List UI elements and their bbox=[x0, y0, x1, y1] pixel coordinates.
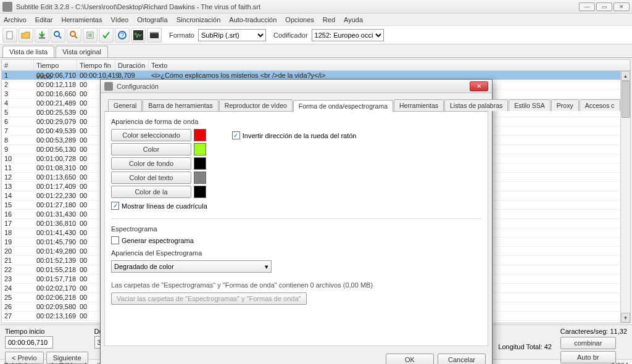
combine-button[interactable]: combinar bbox=[560, 337, 616, 349]
close-button[interactable]: ✕ bbox=[613, 2, 630, 11]
table-cell: 16 bbox=[2, 210, 34, 218]
table-cell: 10 bbox=[2, 154, 34, 163]
menu-editar[interactable]: Editar bbox=[35, 16, 53, 23]
menu-opciones[interactable]: Opciones bbox=[285, 16, 314, 23]
maximize-button[interactable]: ▭ bbox=[596, 2, 612, 11]
settings-tab[interactable]: Herramientas bbox=[394, 99, 444, 111]
settings-tab[interactable]: Forma de onda/espectrograma bbox=[293, 100, 393, 112]
empty-folders-button[interactable]: Vaciar las carpetas de "Espectrogramas" … bbox=[111, 292, 307, 305]
table-cell: 00:01:52,139 bbox=[34, 256, 77, 265]
menu-archivo[interactable]: Archivo bbox=[4, 16, 27, 23]
table-cell: 00:01:13,650 bbox=[34, 173, 77, 181]
svg-point-2 bbox=[54, 31, 59, 36]
minimize-button[interactable]: — bbox=[579, 2, 595, 11]
grid-checkbox-label: Mostrar líneas de cuadrícula bbox=[122, 202, 207, 210]
search-icon[interactable] bbox=[51, 28, 65, 43]
color-button[interactable]: Color bbox=[111, 143, 191, 155]
settings-tab[interactable]: Accesos c bbox=[580, 99, 620, 111]
menu-red[interactable]: Red bbox=[323, 16, 335, 23]
table-cell: 00:01:31,430 bbox=[34, 210, 77, 218]
color-swatch[interactable] bbox=[194, 172, 206, 184]
table-cell: 9 bbox=[2, 145, 34, 154]
color-swatch[interactable] bbox=[194, 129, 206, 141]
scroll-up-icon[interactable]: ▲ bbox=[621, 71, 630, 81]
settings-tab[interactable]: Listas de palabras bbox=[444, 99, 508, 111]
checkbox-icon: ✓ bbox=[232, 131, 240, 139]
table-cell: 00:02:06,218 bbox=[34, 293, 77, 302]
svg-rect-0 bbox=[7, 31, 12, 39]
open-file-icon[interactable] bbox=[19, 28, 33, 43]
color-row: Color de fondo bbox=[111, 157, 207, 170]
invert-wheel-checkbox[interactable]: ✓ Invertir dirección de la rueda del rat… bbox=[232, 131, 357, 139]
ok-button[interactable]: OK bbox=[386, 354, 434, 364]
auto-br-button[interactable]: Auto br bbox=[560, 351, 616, 363]
color-button[interactable]: Color de la bbox=[111, 186, 191, 198]
save-icon[interactable] bbox=[35, 28, 49, 43]
color-swatch[interactable] bbox=[194, 186, 206, 198]
video-icon[interactable] bbox=[147, 28, 162, 43]
settings-tab[interactable]: Estilo SSA bbox=[509, 99, 551, 111]
table-cell: 21 bbox=[2, 256, 34, 265]
spellcheck-icon[interactable] bbox=[99, 28, 114, 43]
table-cell: 00:00:56,130 bbox=[34, 145, 77, 154]
replace-icon[interactable] bbox=[67, 28, 81, 43]
tab-list-view[interactable]: Vista de lista bbox=[2, 46, 54, 57]
start-time-label: Tiempo inicio bbox=[5, 328, 88, 335]
settings-tab[interactable]: Proxy bbox=[551, 99, 579, 111]
table-cell: 00:02:02,170 bbox=[34, 284, 77, 292]
menu-video[interactable]: Vídeo bbox=[110, 16, 128, 23]
new-file-icon[interactable] bbox=[2, 28, 17, 43]
dialog-titlebar: Configuración ✕ bbox=[101, 80, 492, 93]
color-button[interactable]: Color del texto bbox=[111, 172, 191, 184]
cancel-button[interactable]: Cancelar bbox=[438, 354, 486, 364]
svg-text:?: ? bbox=[120, 31, 124, 39]
menu-auto-traduccion[interactable]: Auto-traducción bbox=[229, 16, 276, 23]
waveform-icon[interactable] bbox=[131, 28, 146, 43]
window-title: Subtitle Edit 3.2.8 - C:\Users\root\Desk… bbox=[16, 3, 579, 10]
table-header: # Tiempo inicio Tiempo fin Duración Text… bbox=[2, 60, 630, 71]
menu-sincronizacion[interactable]: Sincronización bbox=[177, 16, 221, 23]
col-num[interactable]: # bbox=[2, 60, 34, 70]
menu-herramientas[interactable]: Herramientas bbox=[61, 16, 102, 23]
menu-ayuda[interactable]: Ayuda bbox=[344, 16, 363, 23]
col-end[interactable]: Tiempo fin bbox=[77, 60, 115, 70]
table-cell: 22 bbox=[2, 265, 34, 274]
spectrogram-appearance-select[interactable]: Degradado de color ▾ bbox=[111, 260, 272, 273]
table-scrollbar[interactable]: ▲ ▼ bbox=[620, 71, 630, 323]
format-select[interactable]: SubRip (.srt) bbox=[198, 29, 266, 41]
settings-icon[interactable] bbox=[83, 28, 98, 43]
start-time-input[interactable] bbox=[5, 336, 53, 349]
table-cell: 27 bbox=[2, 312, 34, 320]
help-icon[interactable]: ? bbox=[115, 28, 130, 43]
grid-checkbox[interactable]: ✓ Mostrar líneas de cuadrícula bbox=[111, 202, 207, 210]
generate-spectrogram-checkbox[interactable]: Generar espectrograma bbox=[111, 236, 481, 244]
encoder-select[interactable]: 1252: Europeo occi bbox=[312, 29, 384, 41]
col-start[interactable]: Tiempo inicio bbox=[34, 60, 77, 70]
format-label: Formato bbox=[169, 31, 194, 39]
table-cell: 26 bbox=[2, 302, 34, 311]
tab-original-view[interactable]: Vista original bbox=[56, 46, 108, 57]
settings-tab[interactable]: Barra de herramientas bbox=[143, 99, 218, 111]
menu-bar: Archivo Editar Herramientas Vídeo Ortogr… bbox=[0, 14, 632, 26]
color-swatch[interactable] bbox=[194, 143, 206, 155]
col-text[interactable]: Texto bbox=[149, 60, 630, 70]
color-button[interactable]: Color seleccionado bbox=[111, 129, 191, 141]
folders-info: Las carpetas de "Espectrogramas" y "Form… bbox=[111, 281, 481, 289]
dialog-body: Apariencia de forma de onda Color selecc… bbox=[104, 112, 488, 346]
table-cell: 00:00:12,118 bbox=[34, 80, 77, 89]
table-cell: 3 bbox=[2, 89, 34, 98]
scroll-down-icon[interactable]: ▼ bbox=[621, 313, 630, 323]
chars-per-sec: Caracteres/seg: 11,32 bbox=[560, 328, 627, 335]
settings-tab[interactable]: General bbox=[108, 99, 142, 111]
scroll-thumb[interactable] bbox=[622, 81, 630, 118]
table-cell: 00:00:49,539 bbox=[34, 126, 77, 135]
generate-spectrogram-label: Generar espectrograma bbox=[122, 237, 194, 244]
settings-tab[interactable]: Reproductor de vídeo bbox=[219, 99, 293, 111]
col-duration[interactable]: Duración bbox=[115, 60, 149, 70]
menu-ortografia[interactable]: Ortografía bbox=[137, 16, 168, 23]
dialog-close-button[interactable]: ✕ bbox=[470, 81, 488, 91]
color-swatch[interactable] bbox=[194, 157, 206, 170]
spectrogram-appearance-value: Degradado de color bbox=[114, 263, 174, 270]
table-cell: 00:01:36,810 bbox=[34, 219, 77, 228]
color-button[interactable]: Color de fondo bbox=[111, 157, 191, 170]
